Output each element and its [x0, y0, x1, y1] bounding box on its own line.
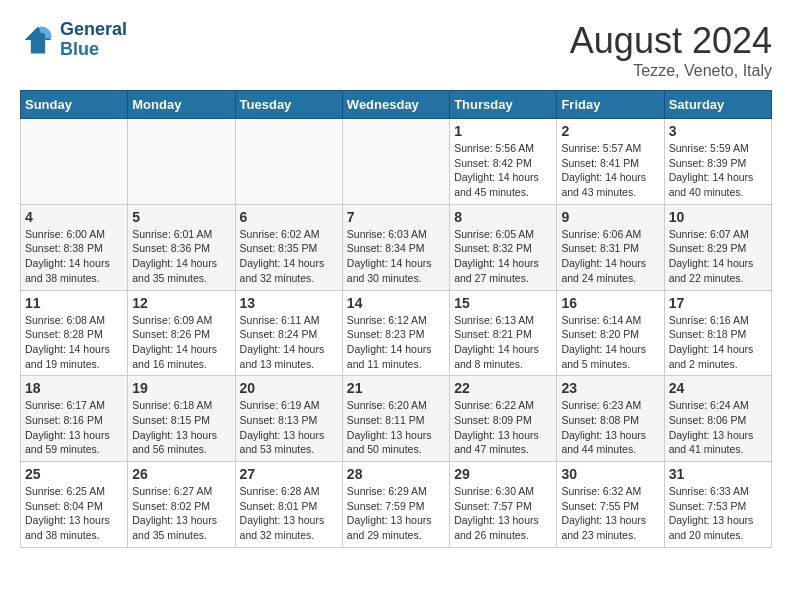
calendar-cell: 16Sunrise: 6:14 AM Sunset: 8:20 PM Dayli… [557, 290, 664, 376]
day-number: 14 [347, 295, 445, 311]
day-number: 25 [25, 466, 123, 482]
day-number: 30 [561, 466, 659, 482]
calendar-week-row: 11Sunrise: 6:08 AM Sunset: 8:28 PM Dayli… [21, 290, 772, 376]
weekday-header-monday: Monday [128, 91, 235, 119]
day-info: Sunrise: 6:07 AM Sunset: 8:29 PM Dayligh… [669, 227, 767, 286]
day-info: Sunrise: 6:11 AM Sunset: 8:24 PM Dayligh… [240, 313, 338, 372]
calendar-cell [235, 119, 342, 205]
day-info: Sunrise: 6:17 AM Sunset: 8:16 PM Dayligh… [25, 398, 123, 457]
day-info: Sunrise: 6:12 AM Sunset: 8:23 PM Dayligh… [347, 313, 445, 372]
calendar-cell: 26Sunrise: 6:27 AM Sunset: 8:02 PM Dayli… [128, 462, 235, 548]
calendar-cell: 30Sunrise: 6:32 AM Sunset: 7:55 PM Dayli… [557, 462, 664, 548]
calendar-cell: 20Sunrise: 6:19 AM Sunset: 8:13 PM Dayli… [235, 376, 342, 462]
day-number: 3 [669, 123, 767, 139]
calendar-cell [342, 119, 449, 205]
day-info: Sunrise: 6:22 AM Sunset: 8:09 PM Dayligh… [454, 398, 552, 457]
day-info: Sunrise: 6:33 AM Sunset: 7:53 PM Dayligh… [669, 484, 767, 543]
weekday-header-saturday: Saturday [664, 91, 771, 119]
day-info: Sunrise: 6:05 AM Sunset: 8:32 PM Dayligh… [454, 227, 552, 286]
calendar-cell: 29Sunrise: 6:30 AM Sunset: 7:57 PM Dayli… [450, 462, 557, 548]
day-info: Sunrise: 6:24 AM Sunset: 8:06 PM Dayligh… [669, 398, 767, 457]
day-info: Sunrise: 6:30 AM Sunset: 7:57 PM Dayligh… [454, 484, 552, 543]
calendar-cell: 2Sunrise: 5:57 AM Sunset: 8:41 PM Daylig… [557, 119, 664, 205]
day-number: 12 [132, 295, 230, 311]
day-number: 9 [561, 209, 659, 225]
calendar-cell: 19Sunrise: 6:18 AM Sunset: 8:15 PM Dayli… [128, 376, 235, 462]
day-number: 17 [669, 295, 767, 311]
day-number: 24 [669, 380, 767, 396]
day-info: Sunrise: 5:56 AM Sunset: 8:42 PM Dayligh… [454, 141, 552, 200]
day-number: 21 [347, 380, 445, 396]
day-info: Sunrise: 6:01 AM Sunset: 8:36 PM Dayligh… [132, 227, 230, 286]
weekday-header-wednesday: Wednesday [342, 91, 449, 119]
logo-text: General Blue [60, 20, 127, 60]
calendar-cell: 3Sunrise: 5:59 AM Sunset: 8:39 PM Daylig… [664, 119, 771, 205]
weekday-header-row: SundayMondayTuesdayWednesdayThursdayFrid… [21, 91, 772, 119]
day-info: Sunrise: 6:20 AM Sunset: 8:11 PM Dayligh… [347, 398, 445, 457]
day-info: Sunrise: 6:18 AM Sunset: 8:15 PM Dayligh… [132, 398, 230, 457]
day-number: 28 [347, 466, 445, 482]
calendar-cell: 14Sunrise: 6:12 AM Sunset: 8:23 PM Dayli… [342, 290, 449, 376]
calendar-cell: 8Sunrise: 6:05 AM Sunset: 8:32 PM Daylig… [450, 204, 557, 290]
calendar-cell: 17Sunrise: 6:16 AM Sunset: 8:18 PM Dayli… [664, 290, 771, 376]
calendar-cell: 25Sunrise: 6:25 AM Sunset: 8:04 PM Dayli… [21, 462, 128, 548]
weekday-header-friday: Friday [557, 91, 664, 119]
weekday-header-thursday: Thursday [450, 91, 557, 119]
calendar-cell [128, 119, 235, 205]
day-info: Sunrise: 5:59 AM Sunset: 8:39 PM Dayligh… [669, 141, 767, 200]
day-number: 20 [240, 380, 338, 396]
day-number: 27 [240, 466, 338, 482]
day-number: 13 [240, 295, 338, 311]
calendar-cell: 13Sunrise: 6:11 AM Sunset: 8:24 PM Dayli… [235, 290, 342, 376]
calendar-cell: 21Sunrise: 6:20 AM Sunset: 8:11 PM Dayli… [342, 376, 449, 462]
day-number: 5 [132, 209, 230, 225]
calendar-cell: 27Sunrise: 6:28 AM Sunset: 8:01 PM Dayli… [235, 462, 342, 548]
day-number: 31 [669, 466, 767, 482]
day-info: Sunrise: 5:57 AM Sunset: 8:41 PM Dayligh… [561, 141, 659, 200]
day-number: 18 [25, 380, 123, 396]
calendar-cell: 23Sunrise: 6:23 AM Sunset: 8:08 PM Dayli… [557, 376, 664, 462]
day-info: Sunrise: 6:19 AM Sunset: 8:13 PM Dayligh… [240, 398, 338, 457]
calendar-cell: 28Sunrise: 6:29 AM Sunset: 7:59 PM Dayli… [342, 462, 449, 548]
calendar-cell: 11Sunrise: 6:08 AM Sunset: 8:28 PM Dayli… [21, 290, 128, 376]
day-number: 11 [25, 295, 123, 311]
day-info: Sunrise: 6:28 AM Sunset: 8:01 PM Dayligh… [240, 484, 338, 543]
day-number: 7 [347, 209, 445, 225]
day-info: Sunrise: 6:29 AM Sunset: 7:59 PM Dayligh… [347, 484, 445, 543]
calendar-cell: 1Sunrise: 5:56 AM Sunset: 8:42 PM Daylig… [450, 119, 557, 205]
calendar-week-row: 25Sunrise: 6:25 AM Sunset: 8:04 PM Dayli… [21, 462, 772, 548]
day-info: Sunrise: 6:03 AM Sunset: 8:34 PM Dayligh… [347, 227, 445, 286]
calendar-week-row: 1Sunrise: 5:56 AM Sunset: 8:42 PM Daylig… [21, 119, 772, 205]
day-info: Sunrise: 6:14 AM Sunset: 8:20 PM Dayligh… [561, 313, 659, 372]
day-number: 6 [240, 209, 338, 225]
day-info: Sunrise: 6:27 AM Sunset: 8:02 PM Dayligh… [132, 484, 230, 543]
calendar-week-row: 18Sunrise: 6:17 AM Sunset: 8:16 PM Dayli… [21, 376, 772, 462]
day-info: Sunrise: 6:08 AM Sunset: 8:28 PM Dayligh… [25, 313, 123, 372]
location: Tezze, Veneto, Italy [570, 62, 772, 80]
weekday-header-tuesday: Tuesday [235, 91, 342, 119]
day-number: 8 [454, 209, 552, 225]
day-number: 4 [25, 209, 123, 225]
day-number: 26 [132, 466, 230, 482]
day-number: 19 [132, 380, 230, 396]
day-number: 23 [561, 380, 659, 396]
day-number: 16 [561, 295, 659, 311]
calendar-cell: 12Sunrise: 6:09 AM Sunset: 8:26 PM Dayli… [128, 290, 235, 376]
calendar-cell: 10Sunrise: 6:07 AM Sunset: 8:29 PM Dayli… [664, 204, 771, 290]
day-number: 15 [454, 295, 552, 311]
day-info: Sunrise: 6:25 AM Sunset: 8:04 PM Dayligh… [25, 484, 123, 543]
calendar-cell: 7Sunrise: 6:03 AM Sunset: 8:34 PM Daylig… [342, 204, 449, 290]
calendar-cell: 18Sunrise: 6:17 AM Sunset: 8:16 PM Dayli… [21, 376, 128, 462]
day-number: 1 [454, 123, 552, 139]
calendar-cell: 31Sunrise: 6:33 AM Sunset: 7:53 PM Dayli… [664, 462, 771, 548]
calendar-cell: 22Sunrise: 6:22 AM Sunset: 8:09 PM Dayli… [450, 376, 557, 462]
title-block: August 2024 Tezze, Veneto, Italy [570, 20, 772, 80]
calendar-table: SundayMondayTuesdayWednesdayThursdayFrid… [20, 90, 772, 548]
day-info: Sunrise: 6:06 AM Sunset: 8:31 PM Dayligh… [561, 227, 659, 286]
calendar-cell: 15Sunrise: 6:13 AM Sunset: 8:21 PM Dayli… [450, 290, 557, 376]
day-info: Sunrise: 6:23 AM Sunset: 8:08 PM Dayligh… [561, 398, 659, 457]
calendar-cell: 24Sunrise: 6:24 AM Sunset: 8:06 PM Dayli… [664, 376, 771, 462]
calendar-cell [21, 119, 128, 205]
day-number: 10 [669, 209, 767, 225]
day-info: Sunrise: 6:13 AM Sunset: 8:21 PM Dayligh… [454, 313, 552, 372]
